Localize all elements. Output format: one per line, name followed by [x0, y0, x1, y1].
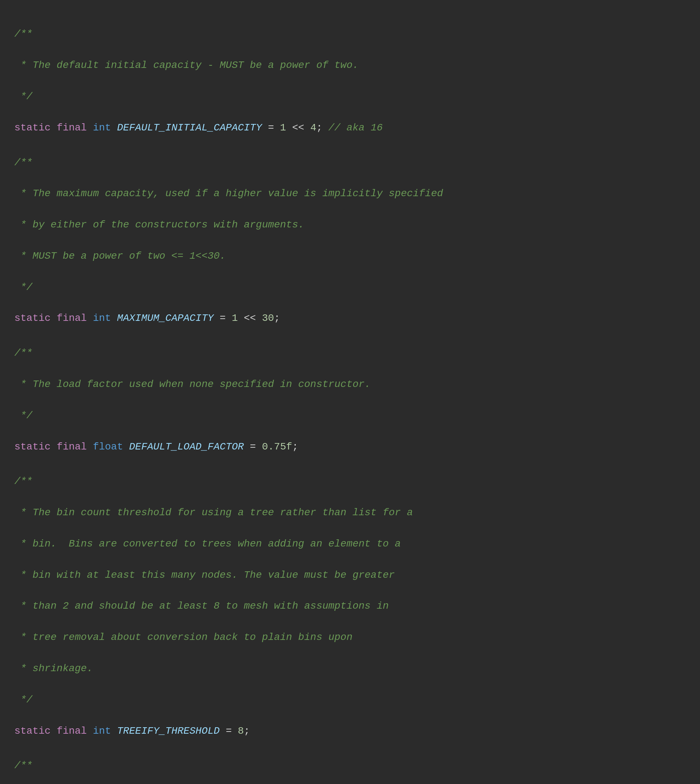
code-token: MAXIMUM_CAPACITY [117, 313, 214, 324]
code-line: static final int DEFAULT_INITIAL_CAPACIT… [14, 120, 686, 135]
code-token: 1 [280, 122, 286, 133]
comment-line: * than 2 and should be at least 8 to mes… [14, 598, 686, 614]
comment-line: * tree removal about conversion back to … [14, 629, 686, 645]
comment-line: /** [14, 26, 686, 42]
code-token: static [14, 726, 57, 737]
code-token: ; [316, 122, 328, 133]
code-token: = [262, 122, 280, 133]
comment-line: */ [14, 280, 686, 295]
comment-line: * bin with at least this many nodes. The… [14, 568, 686, 583]
code-token: final [57, 726, 93, 737]
code-token: 4 [310, 122, 316, 133]
code-token: final [57, 122, 93, 133]
code-section-section4: /** * The bin count threshold for using … [14, 474, 686, 754]
code-token: ; [274, 313, 280, 324]
comment-line: * The default initial capacity - MUST be… [14, 58, 686, 73]
comment-line: */ [14, 692, 686, 707]
code-token: 8 [238, 726, 244, 737]
comment-line: * by either of the constructors with arg… [14, 217, 686, 233]
code-token: TREEIFY_THRESHOLD [117, 726, 220, 737]
code-token: << [286, 122, 310, 133]
code-token: final [57, 313, 93, 324]
code-token: = [214, 313, 232, 324]
code-token: int [93, 726, 117, 737]
code-token: 30 [262, 313, 274, 324]
comment-line: /** [14, 758, 686, 773]
code-token: static [14, 313, 57, 324]
comment-line: /** [14, 345, 686, 361]
code-editor: /** * The default initial capacity - MUS… [14, 11, 686, 784]
code-token: static [14, 122, 57, 133]
comment-line: * shrinkage. [14, 661, 686, 676]
comment-line: * The bin count threshold for using a tr… [14, 505, 686, 520]
code-token: // aka 16 [328, 122, 383, 133]
code-token: DEFAULT_LOAD_FACTOR [129, 441, 243, 452]
code-line: static final float DEFAULT_LOAD_FACTOR =… [14, 439, 686, 454]
comment-line: * The maximum capacity, used if a higher… [14, 186, 686, 201]
code-token: ; [292, 441, 298, 452]
code-section-section3: /** * The load factor used when none spe… [14, 345, 686, 470]
code-token: float [93, 441, 129, 452]
code-token: int [93, 313, 117, 324]
code-token: = [244, 441, 262, 452]
code-section-section5: /** * The bin count threshold for untree… [14, 758, 686, 784]
comment-line: * The load factor used when none specifi… [14, 376, 686, 392]
code-token: = [220, 726, 238, 737]
comment-line: */ [14, 89, 686, 104]
code-section-section2: /** * The maximum capacity, used if a hi… [14, 155, 686, 342]
code-token: int [93, 122, 117, 133]
code-token: final [57, 441, 93, 452]
code-token: 0.75f [262, 441, 292, 452]
comment-line: /** [14, 474, 686, 489]
code-token: DEFAULT_INITIAL_CAPACITY [117, 122, 262, 133]
code-token: << [238, 313, 262, 324]
code-token: 1 [232, 313, 238, 324]
code-line: static final int TREEIFY_THRESHOLD = 8; [14, 723, 686, 739]
code-section-section1: /** * The default initial capacity - MUS… [14, 26, 686, 151]
comment-line: * MUST be a power of two <= 1<<30. [14, 248, 686, 264]
code-token: ; [244, 726, 250, 737]
comment-line: * bin. Bins are converted to trees when … [14, 536, 686, 551]
comment-line: */ [14, 408, 686, 423]
code-line: static final int MAXIMUM_CAPACITY = 1 <<… [14, 310, 686, 326]
code-token: static [14, 441, 57, 452]
comment-line: /** [14, 155, 686, 170]
